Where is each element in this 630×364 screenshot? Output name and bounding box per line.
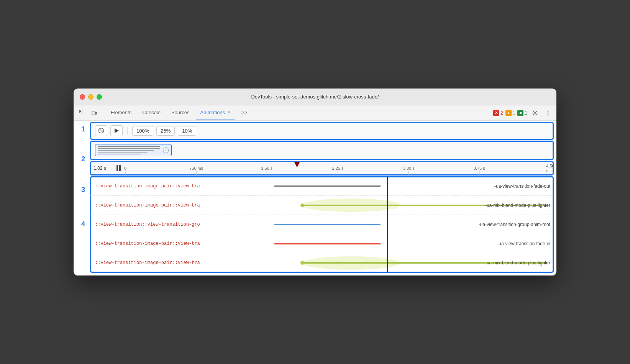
- animation-bar-blue-1: [274, 224, 381, 225]
- inspect-icon[interactable]: [77, 108, 87, 118]
- timeline-ruler: 1.82 s 0 750 ms 1.50 s 2.25 s 3.00 s 3.7…: [90, 161, 553, 175]
- row-label-1: ::view-transition-image-pair::view-tra: [90, 184, 274, 189]
- ruler-mark-375: 3.75 s: [474, 166, 485, 171]
- playhead-line: [387, 177, 388, 272]
- window-title: DevTools - simple-set-demos.glitch.me/2-…: [251, 94, 379, 100]
- maximize-button[interactable]: [97, 94, 102, 100]
- group-line-5: [98, 154, 141, 154]
- row-label-2: ::view-transition-image-pair::view-tra: [90, 203, 274, 208]
- pause-bar-1: [116, 165, 118, 171]
- traffic-lights: [80, 94, 102, 100]
- section-number-1: 1: [81, 125, 85, 133]
- svg-point-6: [548, 112, 549, 113]
- animation-bar-red-1: [274, 243, 381, 244]
- row-track-4[interactable]: -ua-view-transition-fade-in: [274, 234, 553, 253]
- ruler-mark-450: 4.50 s: [546, 164, 554, 173]
- row-label-5: ::view-transition-image-pair::view-tra: [90, 260, 274, 266]
- row-track-5[interactable]: -ua-mix-blend-mode-plus-lighter: [274, 253, 553, 272]
- row-label-3: ::view-transition::view-transition-gro: [90, 222, 274, 227]
- row-track-2[interactable]: -ua-mix-blend-mode-plus-lighter: [274, 196, 553, 215]
- toolbar-right: ✕ 2 ▲ 1 ■ 1: [493, 108, 553, 118]
- animation-group-item[interactable]: 🕐: [95, 144, 172, 156]
- warning-icon: ▲: [505, 110, 512, 116]
- device-toolbar-icon[interactable]: [89, 108, 100, 118]
- tab-console[interactable]: Console: [138, 105, 165, 120]
- animation-bar-gray-1: [274, 185, 381, 187]
- animation-name-4: -ua-view-transition-fade-in: [497, 241, 553, 246]
- close-button[interactable]: [80, 94, 85, 100]
- ruler-mark-750: 750 ms: [189, 166, 203, 171]
- group-line-3: [98, 150, 154, 151]
- content-area: 1 2 3 4 100% 25%: [74, 121, 556, 275]
- ruler-mark-300: 3.00 s: [403, 166, 415, 171]
- devtools-window: DevTools - simple-set-demos.glitch.me/2-…: [74, 89, 556, 275]
- svg-rect-2: [92, 111, 95, 115]
- animation-controls: 100% 25% 10%: [90, 122, 553, 139]
- clear-button[interactable]: [95, 125, 107, 136]
- tab-elements[interactable]: Elements: [106, 105, 136, 120]
- speed-10-button[interactable]: 10%: [178, 126, 196, 136]
- title-bar: DevTools - simple-set-demos.glitch.me/2-…: [74, 89, 556, 105]
- animation-name-1: -ua-view-transition-fade-out: [494, 184, 553, 189]
- devtools-toolbar: Elements Console Sources Animations ✕ >>…: [74, 105, 556, 121]
- svg-point-5: [548, 110, 549, 111]
- ruler-mark-225: 2.25 s: [332, 166, 344, 171]
- row-track-1[interactable]: -ua-view-transition-fade-out: [274, 177, 553, 195]
- animation-bar-green-1: [302, 205, 548, 206]
- tab-more[interactable]: >>: [237, 105, 252, 120]
- animation-rows: ::view-transition-image-pair::view-tra -…: [90, 177, 553, 272]
- row-label-4: ::view-transition-image-pair::view-tra: [90, 241, 274, 246]
- error-icon: ✕: [493, 110, 499, 116]
- play-button[interactable]: [110, 125, 123, 136]
- table-row: ::view-transition-image-pair::view-tra -…: [90, 234, 553, 253]
- error-badge[interactable]: ✕ 2: [493, 110, 503, 116]
- animation-dot-1: [300, 203, 304, 207]
- group-lines: [98, 146, 160, 154]
- group-line-1: [98, 146, 160, 147]
- section-number-3: 3: [81, 186, 85, 194]
- animation-dot-2: [300, 261, 304, 265]
- devtools-body: Elements Console Sources Animations ✕ >>…: [74, 105, 556, 275]
- svg-line-9: [100, 129, 103, 132]
- current-time: 1.82 s: [94, 166, 116, 171]
- clock-icon: 🕐: [162, 147, 169, 153]
- info-badge[interactable]: ■ 1: [517, 110, 527, 116]
- animation-bar-green-2: [302, 262, 548, 264]
- tab-close-icon[interactable]: ✕: [227, 110, 231, 115]
- svg-rect-1: [80, 111, 81, 112]
- ruler-mark-0: 0: [124, 166, 126, 171]
- info-icon: ■: [517, 110, 523, 116]
- speed-100-button[interactable]: 100%: [132, 126, 153, 136]
- animation-name-3: -ua-view-transition-group-anim-root: [479, 222, 553, 227]
- pause-bar-2: [119, 165, 121, 171]
- section-number-4: 4: [81, 220, 85, 228]
- minimize-button[interactable]: [88, 94, 94, 100]
- section-number-2: 2: [81, 155, 85, 163]
- tab-animations[interactable]: Animations ✕: [196, 105, 235, 120]
- speed-25-button[interactable]: 25%: [156, 126, 175, 136]
- animation-groups: 🕐: [90, 141, 553, 160]
- row-track-3[interactable]: -ua-view-transition-group-anim-root: [274, 215, 553, 234]
- more-options-icon[interactable]: [543, 108, 553, 118]
- warning-badge[interactable]: ▲ 1: [505, 110, 515, 116]
- pause-button[interactable]: [116, 165, 121, 171]
- tab-sources[interactable]: Sources: [167, 105, 194, 120]
- ctrl-divider: [127, 127, 128, 134]
- group-line-4: [98, 152, 148, 152]
- svg-marker-10: [115, 128, 119, 133]
- toolbar-divider-1: [103, 109, 103, 117]
- ruler-marks: 0 750 ms 1.50 s 2.25 s 3.00 s 3.75 s 4.5…: [125, 161, 550, 175]
- ruler-mark-150: 1.50 s: [261, 166, 272, 171]
- svg-rect-3: [95, 112, 97, 114]
- table-row: ::view-transition::view-transition-gro -…: [90, 215, 553, 234]
- svg-point-7: [548, 114, 549, 115]
- playhead-marker: [297, 162, 302, 167]
- svg-point-4: [534, 112, 536, 114]
- group-line-2: [98, 148, 160, 149]
- table-row: ::view-transition-image-pair::view-tra -…: [90, 196, 553, 215]
- table-row: ::view-transition-image-pair::view-tra -…: [90, 253, 553, 272]
- settings-icon[interactable]: [530, 108, 540, 118]
- rows-wrapper: ::view-transition-image-pair::view-tra -…: [90, 177, 553, 272]
- table-row: ::view-transition-image-pair::view-tra -…: [90, 177, 553, 196]
